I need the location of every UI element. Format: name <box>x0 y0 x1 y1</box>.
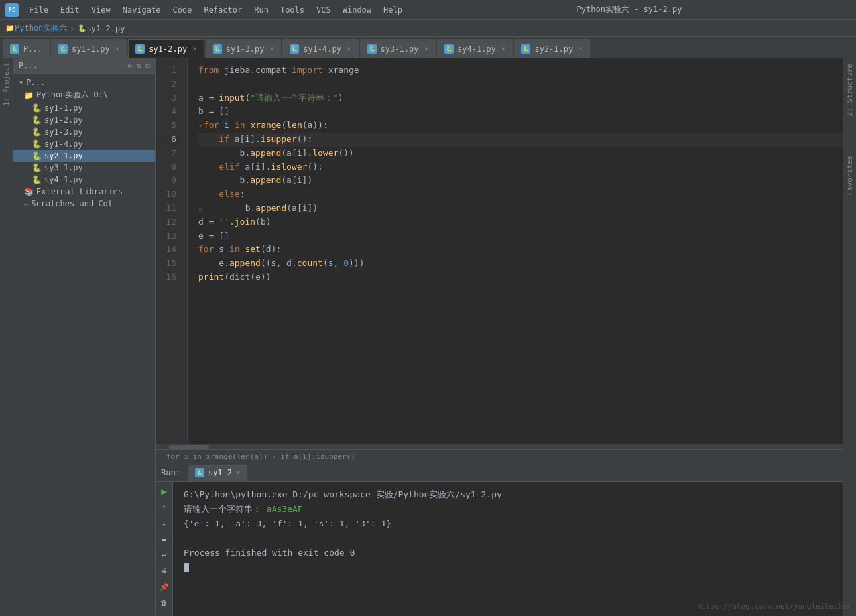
tab-P-..[interactable]: 🐍P... <box>3 39 50 58</box>
tab-sy1-4-py[interactable]: 🐍sy1-4.py× <box>282 39 358 58</box>
horizontal-scrollbar[interactable] <box>156 444 843 449</box>
run-tab[interactable]: 🐍 sy1-2 × <box>188 465 247 481</box>
project-sync-icon[interactable]: ⊕ <box>127 61 132 70</box>
breadcrumb-bar: 📁 Python实验六 › 🐍 sy1-2.py <box>0 20 856 37</box>
run-content-area: ▶ ↑ ↓ ≡ ↩ 🖨 📌 🗑 G:\Python\python.exe D:/… <box>156 482 843 616</box>
tree-icon-8: 🐍 <box>32 175 42 184</box>
fold-btn-11[interactable]: ▫ <box>198 205 202 212</box>
code-line-12: d = ''.join(b) <box>198 216 843 229</box>
tab-icon-7: 🐍 <box>521 44 530 54</box>
run-output[interactable]: G:\Python\python.exe D:/pc_workspace_实验/… <box>173 482 843 616</box>
code-line-5: ▾for i in xrange(len(a)): <box>198 119 843 133</box>
code-content[interactable]: from jieba.compat import xrange a = inpu… <box>188 58 843 444</box>
line-num-11: 11 <box>156 202 182 216</box>
favorites-label[interactable]: Favorites <box>845 156 854 196</box>
tab-sy1-2-py[interactable]: 🐍sy1-2.py× <box>128 39 204 58</box>
menu-item-view[interactable]: View <box>86 4 116 16</box>
run-filter-icon[interactable]: ≡ <box>158 532 171 546</box>
project-icon: 📁 <box>5 24 15 32</box>
breadcrumb-project[interactable]: Python实验六 <box>15 23 67 34</box>
code-line-3: a = input("请输入一个字符串：") <box>198 92 843 105</box>
menu-item-file[interactable]: File <box>24 4 54 16</box>
tree-icon-3: 🐍 <box>32 115 42 125</box>
tree-item-2[interactable]: 🐍sy1-1.py <box>13 102 155 114</box>
project-panel-title: P... <box>19 61 38 70</box>
run-up-icon[interactable]: ↑ <box>158 501 171 514</box>
breadcrumb-file[interactable]: sy1-2.py <box>87 24 125 33</box>
tab-sy2-1-py[interactable]: 🐍sy2-1.py× <box>514 39 589 58</box>
menu-item-run[interactable]: Run <box>249 4 274 16</box>
tree-label-1: Python实验六 D:\ <box>36 90 108 101</box>
run-tab-label: sy1-2 <box>208 468 232 477</box>
tab-sy1-1-py[interactable]: 🐍sy1-1.py× <box>51 39 127 58</box>
menu-item-edit[interactable]: Edit <box>55 4 85 16</box>
code-line-1: from jieba.compat import xrange <box>198 64 843 78</box>
line-num-14: 14 <box>156 243 182 257</box>
tab-sy3-1-py[interactable]: 🐍sy3-1.py× <box>360 39 436 58</box>
code-line-2 <box>198 78 843 92</box>
tree-label-0: P... <box>26 78 45 87</box>
tree-icon-1: 📁 <box>24 91 34 100</box>
tree-item-9[interactable]: 📚External Libraries <box>13 186 155 198</box>
tree-item-1[interactable]: 📁Python实验六 D:\ <box>13 88 155 102</box>
watermark: https://blog.csdn.net/yangleileilei <box>697 602 851 611</box>
tree-item-4[interactable]: 🐍sy1-3.py <box>13 126 155 138</box>
tab-label-1: sy1-1.py <box>72 44 110 54</box>
project-settings-icon[interactable]: ⚙ <box>145 61 150 70</box>
run-tab-close[interactable]: × <box>236 468 241 477</box>
run-print-icon[interactable]: 🖨 <box>158 564 171 578</box>
tab-close-7[interactable]: × <box>578 44 583 53</box>
menu-item-vcs[interactable]: VCS <box>311 4 336 16</box>
tab-label-0: P... <box>23 44 42 54</box>
left-panel-toggle[interactable]: 1: Project <box>0 58 13 616</box>
tab-close-1[interactable]: × <box>115 44 120 53</box>
tree-icon-10: ✏️ <box>24 199 29 208</box>
code-line-16: print(dict(e)) <box>198 271 843 284</box>
tab-close-5[interactable]: × <box>424 44 428 53</box>
run-down-icon[interactable]: ↓ <box>158 517 171 530</box>
output-empty-line <box>184 531 832 546</box>
line-num-12: 12 <box>156 216 182 229</box>
favorites-panel: Z: Structure Favorites <box>843 58 856 616</box>
run-play-icon[interactable]: ▶ <box>158 485 171 498</box>
run-trash-icon[interactable]: 🗑 <box>158 596 171 609</box>
tab-label-6: sy4-1.py <box>458 44 496 54</box>
output-cursor-line <box>184 560 832 575</box>
tree-item-3[interactable]: 🐍sy1-2.py <box>13 114 155 126</box>
run-panel: Run: 🐍 sy1-2 × ▶ ↑ ↓ ≡ ↩ 🖨 📌 🗑 <box>156 463 843 616</box>
line-num-10: 10 <box>156 188 182 202</box>
tree-label-10: Scratches and Col <box>31 199 113 208</box>
tab-close-3[interactable]: × <box>270 44 275 53</box>
run-pin-icon[interactable]: 📌 <box>158 580 171 593</box>
run-tab-bar: Run: 🐍 sy1-2 × <box>156 463 843 482</box>
tree-item-5[interactable]: 🐍sy1-4.py <box>13 138 155 150</box>
menu-item-code[interactable]: Code <box>168 4 198 16</box>
code-line-6: if a[i].isupper(): <box>198 133 843 147</box>
tree-item-6[interactable]: 🐍sy2-1.py <box>13 150 155 162</box>
menu-item-navigate[interactable]: Navigate <box>117 4 166 16</box>
tab-close-4[interactable]: × <box>347 44 351 53</box>
run-wrap-icon[interactable]: ↩ <box>158 548 171 562</box>
project-arrows-icon[interactable]: ⇅ <box>137 61 141 70</box>
tab-sy1-3-py[interactable]: 🐍sy1-3.py× <box>206 39 281 58</box>
menu-item-help[interactable]: Help <box>378 4 408 16</box>
app-logo: PC <box>5 3 19 17</box>
structure-label[interactable]: Z: Structure <box>845 64 854 116</box>
tab-close-6[interactable]: × <box>501 44 506 53</box>
tree-item-0[interactable]: ▾P... <box>13 76 155 88</box>
tab-label-5: sy3-1.py <box>381 44 419 54</box>
line-num-9: 9 <box>156 174 182 188</box>
tab-close-2[interactable]: × <box>192 44 197 53</box>
tree-item-10[interactable]: ✏️Scratches and Col <box>13 198 155 210</box>
tree-item-7[interactable]: 🐍sy3-1.py <box>13 162 155 174</box>
menu-item-refactor[interactable]: Refactor <box>198 4 247 16</box>
tab-label-4: sy1-4.py <box>303 44 341 54</box>
menu-item-tools[interactable]: Tools <box>275 4 310 16</box>
tab-sy4-1-py[interactable]: 🐍sy4-1.py× <box>437 39 513 58</box>
menu-item-window[interactable]: Window <box>337 4 377 16</box>
fold-btn-5[interactable]: ▾ <box>198 122 202 129</box>
breadcrumb-file-icon: 🐍 <box>78 24 87 32</box>
output-cursor <box>184 563 189 572</box>
code-line-8: elif a[i].islower(): <box>198 160 843 174</box>
tree-item-8[interactable]: 🐍sy4-1.py <box>13 174 155 186</box>
